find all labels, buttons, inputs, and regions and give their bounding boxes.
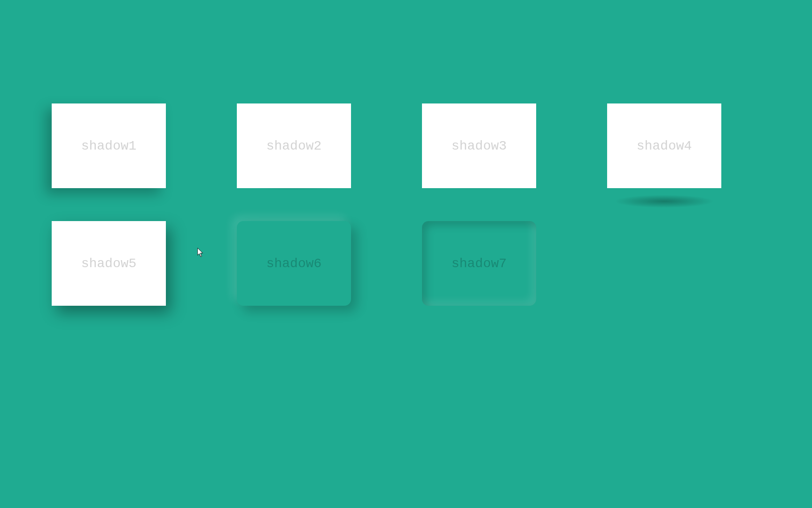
card-label: shadow6 bbox=[266, 256, 322, 271]
card-label: shadow5 bbox=[81, 256, 137, 271]
shadow-card-1: shadow1 bbox=[52, 103, 166, 188]
shadow-card-7: shadow7 bbox=[422, 221, 536, 306]
card-label: shadow3 bbox=[452, 139, 507, 153]
shadow-card-4: shadow4 bbox=[607, 103, 721, 188]
card-label: shadow7 bbox=[452, 256, 507, 271]
shadow-card-2: shadow2 bbox=[237, 103, 351, 188]
shadow-card-3: shadow3 bbox=[422, 103, 536, 188]
card-grid: shadow1 shadow2 shadow3 shadow4 shadow5 … bbox=[0, 0, 812, 409]
card-label: shadow2 bbox=[266, 139, 322, 153]
card-label: shadow4 bbox=[637, 139, 692, 153]
shadow-card-5: shadow5 bbox=[52, 221, 166, 306]
shadow-card-6: shadow6 bbox=[237, 221, 351, 306]
card-label: shadow1 bbox=[81, 139, 137, 153]
